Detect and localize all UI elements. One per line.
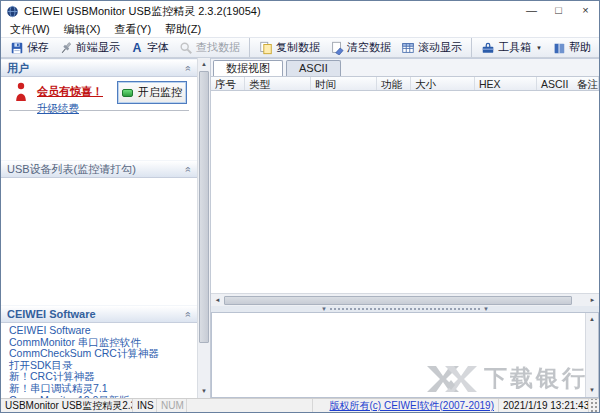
scrollbar-thumb[interactable]: [199, 71, 209, 343]
splitter-arrow-icon: ▼: [321, 307, 327, 312]
scroll-down-icon[interactable]: ▼: [586, 384, 598, 397]
member-promo-link[interactable]: 会员有惊喜！: [37, 84, 103, 99]
tab-strip: 数据视图ASCII: [211, 59, 599, 76]
window-controls: — □ ×: [518, 1, 599, 21]
ascii-detail-panel: 下载银行 www.downbank.cn ▲ ▼: [211, 312, 599, 398]
minimize-button[interactable]: —: [518, 1, 545, 21]
collapse-chevron-icon[interactable]: »: [183, 311, 194, 317]
software-section-header[interactable]: CEIWEI Software »: [1, 305, 197, 323]
main-area: 用户 » 会员有惊喜！ 升级续费 开启监控 USB设备列表(监控请打勾) » C…: [1, 58, 599, 398]
menu-item[interactable]: 文件(W): [3, 22, 57, 37]
menu-item[interactable]: 帮助(Z): [158, 22, 208, 37]
toolbar-button[interactable]: 清空数据: [325, 38, 396, 57]
menu-item[interactable]: 查看(Y): [107, 22, 158, 37]
chevron-down-icon: ▼: [536, 45, 542, 51]
maximize-button[interactable]: □: [545, 1, 572, 21]
menu-item[interactable]: 编辑(X): [57, 22, 108, 37]
status-app-name: USBMonitor USB监控精灵2.3.2: [1, 399, 133, 412]
scroll-right-icon[interactable]: ►: [586, 294, 599, 307]
toolbox-icon: [481, 41, 495, 55]
window-title: CEIWEI USBMonitor USB监控精灵 2.3.2(19054): [24, 4, 261, 19]
start-monitor-button[interactable]: 开启监控: [117, 81, 187, 104]
content-area: 数据视图ASCII 序号类型时间功能大小HEXASCII备注 ◄ ► ▼ ▼: [211, 58, 599, 398]
column-header[interactable]: 备注: [573, 77, 599, 90]
search-icon: [179, 41, 193, 55]
sidebar-scrollbar[interactable]: ▲ ▼: [197, 58, 211, 398]
status-timestamp: 2021/1/19 13:21:43: [499, 399, 589, 412]
toolbar-button[interactable]: 复制数据: [249, 38, 325, 57]
column-header[interactable]: 类型: [245, 77, 311, 90]
scroll-up-icon[interactable]: ▲: [586, 313, 598, 326]
help-icon: [552, 41, 566, 55]
user-section-content: 会员有惊喜！ 升级续费 开启监控: [1, 77, 197, 160]
divider: [9, 110, 189, 111]
table-horizontal-scrollbar[interactable]: ◄ ►: [211, 293, 599, 306]
tab[interactable]: ASCII: [286, 60, 341, 76]
column-header[interactable]: 序号: [211, 77, 245, 90]
scroll-left-icon[interactable]: ◄: [211, 294, 224, 307]
status-spacer: [187, 399, 313, 412]
title-bar: CEIWEI USBMonitor USB监控精灵 2.3.2(19054) —…: [1, 1, 599, 21]
software-link[interactable]: 新！串口调试精灵7.1: [9, 383, 197, 395]
font-icon: [130, 41, 144, 55]
save-icon: [10, 41, 24, 55]
collapse-chevron-icon[interactable]: »: [183, 65, 194, 71]
grid-icon: [401, 41, 415, 55]
pin-icon: [59, 41, 73, 55]
monitor-status-dot-icon: [122, 89, 133, 97]
status-ins-indicator: INS: [133, 399, 157, 412]
toolbar-button[interactable]: 保存: [5, 38, 54, 57]
column-header[interactable]: 时间: [311, 77, 377, 90]
toolbar-button[interactable]: 帮助: [547, 38, 596, 57]
data-table-header: 序号类型时间功能大小HEXASCII备注: [211, 76, 599, 91]
column-header[interactable]: 功能: [377, 77, 411, 90]
app-window: CEIWEI USBMonitor USB监控精灵 2.3.2(19054) —…: [0, 0, 600, 413]
menu-bar: 文件(W)编辑(X)查看(Y)帮助(Z): [1, 21, 599, 37]
usb-device-section-header[interactable]: USB设备列表(监控请打勾) »: [1, 160, 197, 178]
app-icon: [6, 5, 19, 18]
upgrade-renew-link[interactable]: 升级续费: [37, 102, 79, 116]
left-sidebar: 用户 » 会员有惊喜！ 升级续费 开启监控 USB设备列表(监控请打勾) » C…: [1, 58, 197, 398]
status-bar: USBMonitor USB监控精灵2.3.2 INS NUM 版权所有(c) …: [1, 398, 599, 412]
clear-icon: [330, 41, 344, 55]
column-header[interactable]: 大小: [411, 77, 475, 90]
column-header[interactable]: ASCII: [537, 77, 573, 90]
toolbar-button[interactable]: 前端显示: [54, 38, 125, 57]
software-link[interactable]: CEIWEI Software: [9, 325, 197, 337]
close-button[interactable]: ×: [572, 1, 599, 21]
copyright-link[interactable]: 版权所有(c) CEIWEI软件(2007-2019): [330, 400, 494, 411]
detail-vertical-scrollbar[interactable]: ▲ ▼: [585, 313, 598, 397]
user-section-header[interactable]: 用户 »: [1, 59, 197, 77]
resize-grip[interactable]: [589, 399, 599, 412]
splitter-arrow-icon: ▼: [483, 307, 489, 312]
toolbar: 保存 前端显示 字体 查找数据 复制数据: [1, 37, 599, 58]
toolbar-button[interactable]: 字体: [125, 38, 174, 57]
scroll-down-icon[interactable]: ▼: [198, 385, 210, 398]
status-num-indicator: NUM: [157, 399, 187, 412]
toolbar-button[interactable]: 关于: [596, 38, 600, 57]
scroll-up-icon[interactable]: ▲: [198, 58, 210, 71]
detail-text-area[interactable]: [212, 313, 585, 397]
usb-device-list[interactable]: [1, 178, 197, 305]
column-header[interactable]: HEX: [475, 77, 537, 90]
software-link-list: CEIWEI SoftwareCommMonitor 串口监控软件CommChe…: [1, 323, 197, 398]
data-table-body[interactable]: [211, 91, 599, 293]
status-copyright-pane: 版权所有(c) CEIWEI软件(2007-2019): [313, 399, 499, 412]
toolbar-button[interactable]: 查找数据: [174, 38, 245, 57]
toolbar-button[interactable]: 工具箱 ▼: [471, 38, 547, 57]
toolbar-button[interactable]: 滚动显示: [396, 38, 467, 57]
user-icon: [13, 82, 29, 102]
tab[interactable]: 数据视图: [213, 60, 283, 76]
collapse-chevron-icon[interactable]: »: [183, 166, 194, 172]
scrollbar-thumb[interactable]: [224, 296, 572, 305]
copy-icon: [259, 41, 273, 55]
